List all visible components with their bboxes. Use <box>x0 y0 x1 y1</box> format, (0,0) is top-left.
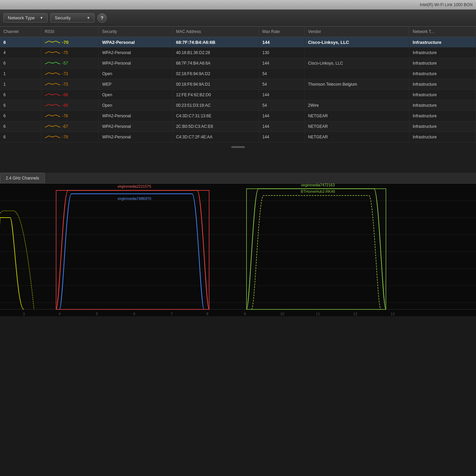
cell-channel: 1 <box>0 79 41 90</box>
cell-channel: 6 <box>0 111 41 121</box>
cell-maxrate: 130 <box>259 48 305 58</box>
cell-nettype: Infrastructure <box>409 79 476 90</box>
cell-mac: 40:18:B1:36:D2:28 <box>172 48 259 58</box>
cell-vendor: Thomson Telecom Belgium <box>305 79 409 90</box>
cell-rssi: -70 <box>41 37 99 48</box>
table-row[interactable]: 6 -67 WPA2-Personal 2C:B0:5D:C3:AC:E8 14… <box>0 121 476 132</box>
cell-channel: 6 <box>0 58 41 69</box>
cell-mac: 00:23:51:D3:19:AC <box>172 100 259 111</box>
cell-vendor <box>305 90 409 100</box>
cell-vendor <box>305 69 409 79</box>
svg-text:6: 6 <box>133 312 135 316</box>
cell-rssi: -73 <box>41 69 99 79</box>
cell-channel: 6 <box>0 90 41 100</box>
cell-mac: 02:18:F6:94:9A:D2 <box>172 69 259 79</box>
cell-mac: 2C:B0:5D:C3:AC:E8 <box>172 121 259 132</box>
cell-maxrate: 144 <box>259 111 305 121</box>
cell-mac: C4:3D:C7:31:13:6E <box>172 111 259 121</box>
svg-text:10: 10 <box>280 312 284 316</box>
cell-maxrate: 144 <box>259 37 305 48</box>
cell-channel: 4 <box>0 48 41 58</box>
cell-security: WPA2-Personal <box>99 58 172 69</box>
table-header-row: Channel RSSI Security MAC Address Max Ra… <box>0 27 476 37</box>
svg-rect-0 <box>0 184 476 316</box>
cell-rssi: -76 <box>41 111 99 121</box>
cell-nettype: Infrastructure <box>409 37 476 48</box>
col-mac: MAC Address <box>172 27 259 37</box>
table-row[interactable]: 6 -76 WPA2-Personal C4:3D:C7:31:13:6E 14… <box>0 111 476 121</box>
cell-nettype: Infrastructure <box>409 121 476 132</box>
cell-maxrate: 54 <box>259 79 305 90</box>
svg-text:7: 7 <box>171 312 173 316</box>
cell-vendor: 2Wire <box>305 100 409 111</box>
help-button[interactable]: ? <box>97 13 107 23</box>
table-row[interactable]: 6 -79 WPA2-Personal C4:3D:C7:2F:4E:AA 14… <box>0 132 476 142</box>
svg-text:13: 13 <box>391 312 395 316</box>
cell-security: WPA2-Personal <box>99 37 172 48</box>
cell-security: WPA2-Personal <box>99 111 172 121</box>
cell-channel: 6 <box>0 37 41 48</box>
cell-nettype: Infrastructure <box>409 132 476 142</box>
chevron-down-icon: ▼ <box>87 16 90 20</box>
svg-text:5: 5 <box>96 312 98 316</box>
table-row[interactable]: 6 -88 Open 12:FE:F4:62:B2:D0 144 Infrast… <box>0 90 476 100</box>
cell-channel: 6 <box>0 121 41 132</box>
svg-text:3: 3 <box>23 312 25 316</box>
cell-vendor: NETGEAR <box>305 111 409 121</box>
cell-maxrate: 144 <box>259 90 305 100</box>
cell-security: Open <box>99 100 172 111</box>
table-row[interactable]: 1 -73 Open 02:18:F6:94:9A:D2 54 Infrastr… <box>0 69 476 79</box>
cell-maxrate: 144 <box>259 121 305 132</box>
cell-mac: 00:18:F6:94:9A:D1 <box>172 79 259 90</box>
col-security: Security <box>99 27 172 37</box>
cell-mac: 12:FE:F4:62:B2:D0 <box>172 90 259 100</box>
cell-nettype: Infrastructure <box>409 48 476 58</box>
chart-area: 3 4 5 6 7 8 9 10 11 12 13 virginmedia222… <box>0 184 476 316</box>
network-type-dropdown[interactable]: Network Type ▼ <box>3 13 48 22</box>
help-icon: ? <box>101 15 104 21</box>
cell-maxrate: 144 <box>259 132 305 142</box>
cell-security: Open <box>99 69 172 79</box>
network-table: Channel RSSI Security MAC Address Max Ra… <box>0 27 476 142</box>
toolbar: Network Type ▼ Security ▼ ? <box>0 10 476 27</box>
cell-rssi: -79 <box>41 132 99 142</box>
chevron-down-icon: ▼ <box>40 16 43 20</box>
scroll-indicator <box>0 142 476 150</box>
cell-rssi: -67 <box>41 121 99 132</box>
cell-rssi: -57 <box>41 58 99 69</box>
network-type-label: Network Type <box>8 15 35 20</box>
cell-channel: 6 <box>0 100 41 111</box>
col-rssi: RSSI <box>41 27 99 37</box>
cell-vendor: Cisco-Linksys, LLC <box>305 37 409 48</box>
cell-rssi: -75 <box>41 48 99 58</box>
channel-chart: 3 4 5 6 7 8 9 10 11 12 13 virginmedia222… <box>0 184 476 316</box>
col-channel: Channel <box>0 27 41 37</box>
table-row[interactable]: 4 -75 WPA2-Personal 40:18:B1:36:D2:28 13… <box>0 48 476 58</box>
table-row[interactable]: 6 -70 WPA2-Personal 68:7F:74:B4:A6:6B 14… <box>0 37 476 48</box>
svg-text:virginmedia7472163: virginmedia7472163 <box>301 184 335 187</box>
table-row[interactable]: 6 -88 Open 00:23:51:D3:19:AC 54 2Wire In… <box>0 100 476 111</box>
cell-security: WPA2-Personal <box>99 48 172 58</box>
svg-text:virginmedia7486970: virginmedia7486970 <box>117 197 151 201</box>
cell-rssi: -73 <box>41 79 99 90</box>
tab-2ghz-channels[interactable]: 2.4 GHz Channels <box>0 173 45 183</box>
cell-security: WPA2-Personal <box>99 132 172 142</box>
cell-vendor: Cisco-Linksys, LLC <box>305 58 409 69</box>
cell-mac: 68:7F:74:B4:A6:6B <box>172 37 259 48</box>
cell-security: Open <box>99 90 172 100</box>
cell-channel: 1 <box>0 69 41 79</box>
cell-security: WPA2-Personal <box>99 121 172 132</box>
table-row[interactable]: 1 -73 WEP 00:18:F6:94:9A:D1 54 Thomson T… <box>0 79 476 90</box>
cell-nettype: Infrastructure <box>409 111 476 121</box>
scroll-handle[interactable] <box>231 146 245 148</box>
svg-text:4: 4 <box>58 312 61 316</box>
svg-text:9: 9 <box>244 312 246 316</box>
tab-bar: 2.4 GHz Channels <box>0 173 476 184</box>
network-table-area: Channel RSSI Security MAC Address Max Ra… <box>0 27 476 173</box>
cell-nettype: Infrastructure <box>409 90 476 100</box>
svg-text:8: 8 <box>206 312 208 316</box>
security-dropdown[interactable]: Security ▼ <box>50 13 95 22</box>
title-bar-text: Intel(R) Wi-Fi Link 1000 BGN <box>420 2 473 7</box>
cell-maxrate: 144 <box>259 58 305 69</box>
table-row[interactable]: 6 -57 WPA2-Personal 68:7F:74:B4:A6:6A 14… <box>0 58 476 69</box>
